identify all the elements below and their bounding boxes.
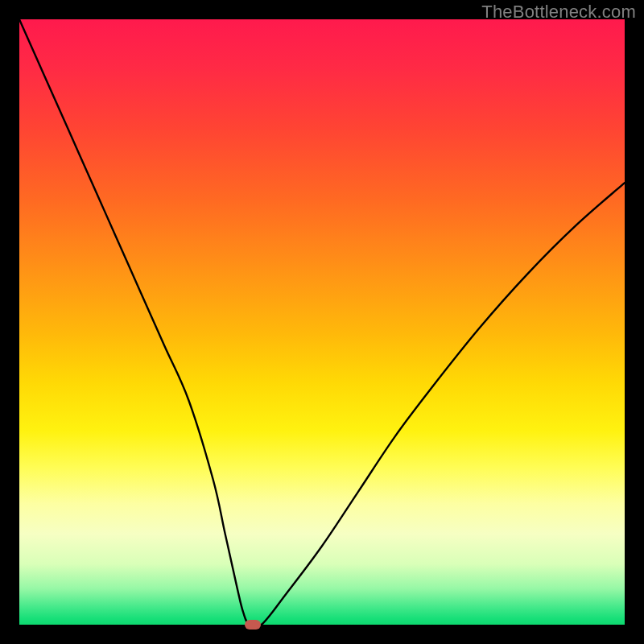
bottleneck-curve (19, 19, 625, 628)
curve-svg (19, 19, 625, 625)
chart-frame: TheBottleneck.com (0, 0, 644, 644)
minimum-marker (245, 620, 261, 630)
plot-area (19, 19, 625, 625)
